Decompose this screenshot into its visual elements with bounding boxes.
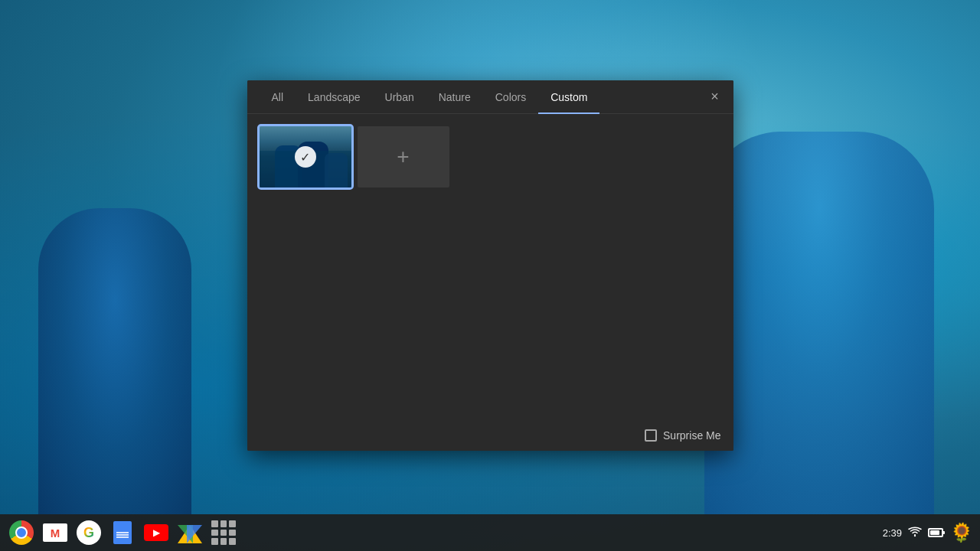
chrome-icon (9, 520, 34, 545)
svg-point-0 (914, 534, 916, 536)
taskbar: M G (0, 514, 980, 551)
drive-icon (178, 522, 202, 543)
sunflower-icon[interactable]: 🌻 (949, 520, 974, 545)
wallpaper-modal: All Landscape Urban Nature Colors Custom… (247, 80, 733, 451)
tab-all[interactable]: All (260, 82, 296, 114)
modal-body: ✓ + (247, 114, 733, 420)
battery-icon (928, 528, 943, 537)
modal-footer: Surprise Me (247, 420, 733, 451)
tabs-container: All Landscape Urban Nature Colors Custom (260, 80, 600, 113)
check-icon: ✓ (295, 146, 316, 168)
taskbar-app-drive[interactable] (175, 517, 205, 548)
modal-backdrop: All Landscape Urban Nature Colors Custom… (0, 0, 980, 551)
tab-colors[interactable]: Colors (483, 82, 538, 114)
taskbar-app-gmail[interactable]: M (40, 517, 70, 548)
google-icon: G (77, 520, 101, 545)
wallpaper-thumb-1[interactable]: ✓ (260, 126, 351, 187)
taskbar-app-chrome[interactable] (6, 517, 37, 548)
taskbar-app-launcher[interactable] (208, 517, 239, 548)
tab-urban[interactable]: Urban (373, 82, 426, 114)
battery-fill (930, 530, 939, 535)
surprise-me-label[interactable]: Surprise Me (645, 429, 720, 442)
youtube-icon (144, 524, 168, 541)
surprise-me-checkbox[interactable] (645, 429, 657, 442)
taskbar-app-youtube[interactable] (141, 517, 172, 548)
wifi-icon (908, 527, 922, 540)
tab-landscape[interactable]: Landscape (296, 82, 373, 114)
taskbar-status: 2:39 🌻 (883, 520, 974, 545)
close-button[interactable]: × (706, 88, 724, 106)
add-wallpaper-button[interactable]: + (358, 126, 449, 187)
taskbar-apps: M G (6, 517, 883, 548)
tab-custom[interactable]: Custom (538, 82, 599, 114)
modal-header: All Landscape Urban Nature Colors Custom… (247, 80, 733, 114)
selected-overlay: ✓ (260, 126, 351, 187)
docs-icon (113, 521, 132, 544)
tab-nature[interactable]: Nature (426, 82, 483, 114)
surprise-me-text: Surprise Me (663, 429, 720, 442)
wallpaper-grid: ✓ + (260, 126, 721, 187)
gmail-icon: M (43, 523, 67, 542)
taskbar-app-docs[interactable] (107, 517, 138, 548)
clock: 2:39 (883, 527, 902, 539)
apps-icon (211, 520, 236, 545)
taskbar-app-google[interactable]: G (74, 517, 104, 548)
